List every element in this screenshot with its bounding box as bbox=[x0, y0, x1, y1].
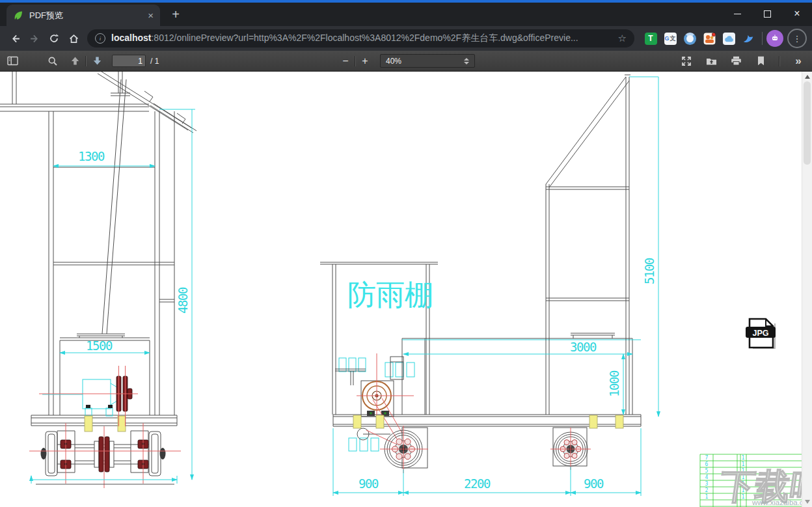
extension-cloud[interactable] bbox=[720, 30, 737, 47]
extension-tampermonkey[interactable]: T bbox=[642, 30, 659, 47]
vertical-scrollbar[interactable] bbox=[802, 72, 812, 507]
toolbar-divider bbox=[779, 56, 780, 66]
table-row-no: 2 bbox=[705, 487, 709, 493]
extension-ring[interactable] bbox=[681, 30, 698, 47]
extension-contacts[interactable] bbox=[701, 30, 718, 47]
cloud-icon bbox=[723, 33, 735, 45]
spinner-arrows-icon bbox=[464, 58, 469, 64]
dim-900-front: 900 bbox=[359, 476, 379, 491]
url-text[interactable]: localhost:8012/onlinePreview?url=http%3A… bbox=[111, 33, 613, 44]
translate-icon: G文 bbox=[664, 33, 677, 45]
reload-icon bbox=[49, 33, 59, 44]
arrow-down-icon bbox=[92, 56, 102, 66]
bookmark-icon bbox=[757, 56, 765, 66]
fullscreen-icon bbox=[681, 56, 692, 66]
dim-2200: 2200 bbox=[464, 476, 491, 491]
open-file-button[interactable] bbox=[703, 53, 720, 70]
back-button[interactable] bbox=[5, 29, 25, 48]
reload-button[interactable] bbox=[44, 29, 64, 48]
zoom-in-button[interactable]: + bbox=[358, 54, 372, 68]
arrow-right-icon bbox=[29, 33, 40, 44]
maximize-button[interactable] bbox=[752, 4, 782, 23]
dim-right-height: 5100 bbox=[642, 258, 656, 284]
zoom-level-value: 40% bbox=[386, 57, 401, 66]
address-toolbar: i localhost:8012/onlinePreview?url=http%… bbox=[0, 26, 812, 51]
toolbar-divider bbox=[355, 56, 356, 66]
arrow-up-icon bbox=[70, 56, 80, 66]
next-page-button[interactable] bbox=[88, 53, 105, 70]
cad-drawing: 1300 4800 1500 防雨棚 bbox=[0, 72, 802, 507]
minimize-button[interactable] bbox=[722, 4, 752, 23]
tab-title: PDF预览 bbox=[29, 10, 63, 21]
home-icon bbox=[68, 33, 79, 44]
open-folder-icon bbox=[706, 56, 717, 66]
dim-box-width: 3000 bbox=[570, 340, 597, 354]
extension-translate[interactable]: G文 bbox=[662, 30, 679, 47]
new-tab-button[interactable]: + bbox=[167, 5, 185, 23]
ring-icon bbox=[684, 33, 696, 45]
bookmark-current-view-button[interactable] bbox=[752, 53, 769, 70]
window-controls: × bbox=[722, 4, 812, 23]
watermark: 下载吧 www.xiazaiba.com bbox=[716, 466, 802, 507]
watermark-site: www.xiazaiba.com bbox=[751, 499, 802, 506]
minimize-icon bbox=[734, 14, 741, 14]
leaf-favicon-icon bbox=[13, 10, 23, 21]
zoom-out-button[interactable]: − bbox=[338, 54, 353, 68]
zoom-controls: − + 40% bbox=[338, 51, 475, 71]
sidebar-toggle-icon bbox=[7, 56, 18, 66]
scroll-up-icon[interactable] bbox=[805, 75, 810, 79]
browser-menu-button[interactable]: ⋮ bbox=[787, 29, 807, 48]
forward-button[interactable] bbox=[25, 29, 44, 48]
table-row-no: 1 bbox=[705, 494, 709, 500]
bird-icon bbox=[742, 33, 754, 44]
tab-close-icon[interactable]: × bbox=[148, 10, 154, 20]
arrow-left-icon bbox=[10, 33, 21, 44]
shelter-label: 防雨棚 bbox=[347, 278, 433, 311]
url-bar[interactable]: i localhost:8012/onlinePreview?url=http%… bbox=[87, 29, 634, 48]
left-view bbox=[0, 72, 196, 488]
extension-bird[interactable] bbox=[740, 30, 757, 47]
table-row-no: 6 bbox=[705, 461, 709, 467]
dim-box-height: 1000 bbox=[607, 370, 621, 397]
search-button[interactable] bbox=[44, 53, 61, 70]
tab-pdf-preview[interactable]: PDF预览 × bbox=[7, 5, 160, 26]
toolbar-divider bbox=[85, 56, 87, 66]
profile-avatar[interactable] bbox=[766, 30, 783, 47]
scroll-down-icon[interactable] bbox=[805, 500, 810, 504]
url-path: :8012/onlinePreview?url=http%3A%2F%2Floc… bbox=[151, 33, 578, 43]
table-row-no: 7 bbox=[705, 455, 709, 461]
presentation-mode-button[interactable] bbox=[678, 53, 695, 70]
scrollbar-thumb[interactable] bbox=[804, 81, 811, 165]
dim-left-inner-width: 1500 bbox=[86, 338, 113, 353]
printer-icon bbox=[731, 56, 742, 66]
search-icon bbox=[47, 56, 58, 66]
jpg-label: JPG bbox=[752, 329, 768, 338]
more-tools-button[interactable]: » bbox=[790, 53, 807, 70]
zoom-level-select[interactable]: 40% bbox=[380, 54, 475, 68]
avatar-face-icon bbox=[770, 34, 779, 43]
left-view-dimensions: 1300 4800 1500 bbox=[31, 109, 195, 484]
tab-bar: PDF预览 × + × bbox=[0, 3, 812, 26]
table-row-no: 5 bbox=[705, 468, 709, 474]
page-info-icon[interactable]: i bbox=[95, 33, 105, 44]
url-host: localhost bbox=[111, 33, 151, 43]
tampermonkey-icon: T bbox=[645, 33, 657, 45]
page-number-input[interactable] bbox=[112, 55, 146, 67]
dim-left-height: 4800 bbox=[176, 287, 190, 314]
maximize-icon bbox=[764, 10, 771, 18]
side-view: 防雨棚 bbox=[320, 75, 641, 473]
contacts-icon bbox=[703, 33, 716, 45]
pdf-toolbar: / 1 − + 40% » bbox=[0, 51, 812, 72]
table-row-qty: 1 bbox=[742, 455, 745, 461]
browser-window: PDF预览 × + × i localhost:8012/onlinePrevi… bbox=[0, 0, 812, 507]
bookmark-star-icon[interactable]: ☆ bbox=[618, 33, 627, 44]
previous-page-button[interactable] bbox=[66, 53, 83, 70]
print-button[interactable] bbox=[727, 53, 744, 70]
home-button[interactable] bbox=[64, 29, 83, 48]
dim-900-rear: 900 bbox=[584, 476, 604, 491]
jpg-file-icon[interactable]: JPG bbox=[746, 319, 776, 348]
dim-left-width: 1300 bbox=[78, 149, 105, 163]
close-button[interactable]: × bbox=[782, 4, 812, 23]
pdf-toolbar-right: » bbox=[678, 51, 807, 71]
sidebar-toggle-button[interactable] bbox=[4, 53, 21, 70]
